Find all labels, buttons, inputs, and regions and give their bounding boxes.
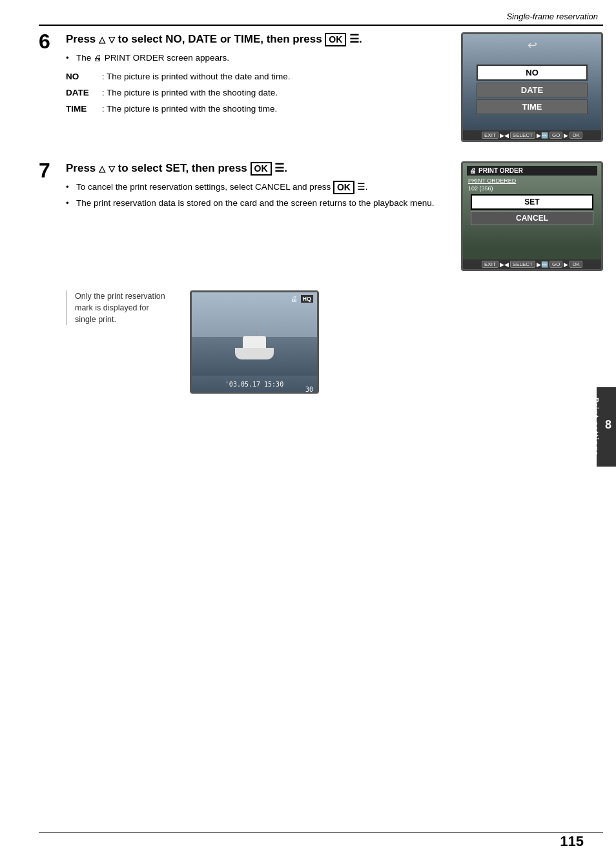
screen2-menu: SET CANCEL — [467, 194, 597, 225]
menu-item-time: TIME — [477, 99, 587, 114]
triangle-up-icon-2 — [99, 162, 105, 174]
note-text: Only the print reservation mark is displ… — [66, 290, 169, 325]
screen2-title-bar: 🖨 PRINT ORDER — [467, 166, 597, 176]
go-arrow-icon-2: ▶ — [564, 261, 568, 268]
def-no: NO : The picture is printed without the … — [66, 70, 448, 84]
boat-scene: 🖨 HQ '03.05.17 15:30 30 — [192, 292, 317, 392]
go-label: GO — [549, 132, 562, 139]
go-label-2: GO — [549, 261, 562, 268]
main-content: 6 Press to select NO, DATE or TIME, then… — [39, 32, 603, 394]
step-6-title: Press to select NO, DATE or TIME, then p… — [66, 32, 448, 46]
boat-shape — [229, 337, 280, 359]
screen3-timestamp: '03.05.17 15:30 — [192, 381, 317, 388]
select-arrow-icon: ▶🔤 — [537, 132, 548, 139]
step-6-number: 6 — [39, 30, 66, 142]
screen3-number: 30 — [305, 386, 313, 393]
bottom-rule — [39, 832, 603, 833]
go-arrow-icon: ▶ — [564, 132, 568, 139]
step-7-title: Press to select SET, then press OK ☰. — [66, 161, 448, 176]
def-time-term: TIME — [66, 103, 99, 116]
step-6-lcd: ↩ NO DATE TIME EXIT ▶◀ SELECT ▶🔤 GO ▶ OK — [461, 32, 603, 142]
step-7-content: Press to select SET, then press OK ☰. • … — [66, 161, 448, 271]
screen3-hq-badge: HQ — [301, 295, 314, 303]
def-time: TIME : The picture is printed with the s… — [66, 103, 448, 116]
ok-label-bar1: OK — [570, 132, 582, 139]
step-6-definitions: NO : The picture is printed without the … — [66, 70, 448, 116]
menu-item-cancel: CANCEL — [471, 211, 593, 225]
bullet-dot: • — [66, 52, 76, 65]
menu-icon-label-2: ☰ — [274, 162, 284, 174]
screen2-subtitle: PRINT ORDERED — [467, 177, 597, 184]
step-7-bullet1: • To cancel the print reservation settin… — [66, 181, 448, 194]
chapter-number: 8 — [605, 418, 612, 432]
boat-hull — [235, 348, 274, 359]
ok-label-bar2: OK — [570, 261, 582, 268]
step-7-screen-container: 🖨 PRINT ORDER PRINT ORDERED 102 (356) SE… — [461, 161, 603, 271]
chapter-label: Print settings — [591, 398, 600, 456]
def-no-term: NO — [66, 70, 99, 84]
print-icon: 🖨 — [94, 52, 102, 65]
bullet-dot-3: • — [66, 197, 76, 210]
def-no-desc: : The picture is printed without the dat… — [99, 70, 448, 84]
step-7-bullet2-text: The print reservation data is stored on … — [76, 197, 435, 210]
step-6-body: • The 🖨 PRINT ORDER screen appears. NO :… — [66, 52, 448, 116]
step-7-section: 7 Press to select SET, then press OK ☰. … — [39, 161, 603, 271]
screen1-menu: NO DATE TIME — [477, 65, 587, 116]
select-label: SELECT — [510, 132, 535, 139]
screen2-background: 🖨 PRINT ORDER PRINT ORDERED 102 (356) SE… — [463, 163, 601, 269]
screen2-print-icon: 🖨 — [469, 167, 476, 174]
header-title: Single-frame reservation — [506, 12, 598, 21]
page-number: 115 — [560, 833, 584, 850]
def-time-desc: : The picture is printed with the shooti… — [99, 103, 448, 116]
step-7-bullet2: • The print reservation data is stored o… — [66, 197, 448, 210]
step-7-bullet1-text: To cancel the print reservation settings… — [76, 181, 367, 194]
step-6-bullet1: • The 🖨 PRINT ORDER screen appears. — [66, 52, 448, 65]
def-date-term: DATE — [66, 86, 99, 100]
sidebar-chapter-tab: 8 Print settings — [597, 387, 616, 467]
screen2-title-text: PRINT ORDER — [478, 167, 523, 174]
step-6-bullet1-text: The 🖨 PRINT ORDER screen appears. — [76, 52, 229, 65]
menu-icon-inline: ☰ — [357, 182, 365, 192]
step-6-section: 6 Press to select NO, DATE or TIME, then… — [39, 32, 603, 142]
menu-icon-label: ☰ — [349, 33, 359, 45]
triangle-up-icon — [99, 33, 105, 45]
ok-button-label: OK — [325, 33, 346, 46]
step-7-body: • To cancel the print reservation settin… — [66, 181, 448, 210]
select-arrow-icon-2: ▶🔤 — [537, 261, 548, 268]
screen2-info: 102 (356) — [467, 185, 597, 192]
triangle-down-icon — [108, 33, 115, 45]
triangle-down-icon-2 — [108, 162, 115, 174]
step-7-lcd-3: 🖨 HQ '03.05.17 15:30 30 — [190, 290, 319, 394]
arrow-icon-exit: ▶◀ — [500, 132, 509, 139]
exit-label-2: EXIT — [482, 261, 498, 268]
step-7-lcd: 🖨 PRINT ORDER PRINT ORDERED 102 (356) SE… — [461, 161, 603, 271]
menu-item-no: NO — [477, 65, 587, 81]
screen1-back-icon: ↩ — [528, 38, 537, 52]
menu-item-date: DATE — [477, 83, 587, 97]
ok-button-label-2: OK — [251, 162, 272, 176]
exit-label: EXIT — [482, 132, 498, 139]
step-6-screen-container: ↩ NO DATE TIME EXIT ▶◀ SELECT ▶🔤 GO ▶ OK — [461, 32, 603, 142]
def-date: DATE : The picture is printed with the s… — [66, 86, 448, 100]
screen1-background: ↩ NO DATE TIME EXIT ▶◀ SELECT ▶🔤 GO ▶ OK — [463, 34, 601, 140]
screen2-bottom-bar: EXIT ▶◀ SELECT ▶🔤 GO ▶ OK — [463, 259, 601, 269]
step-6-content: Press to select NO, DATE or TIME, then p… — [66, 32, 448, 142]
screen3-print-icon: 🖨 — [291, 295, 298, 303]
menu-item-set: SET — [471, 194, 593, 210]
screen1-bottom-bar: EXIT ▶◀ SELECT ▶🔤 GO ▶ OK — [463, 130, 601, 140]
note-screen3-row: Only the print reservation mark is displ… — [66, 290, 603, 394]
step-7-number: 7 — [39, 159, 66, 271]
bullet-dot-2: • — [66, 181, 76, 194]
top-rule — [39, 25, 603, 26]
select-label-2: SELECT — [510, 261, 535, 268]
def-date-desc: : The picture is printed with the shooti… — [99, 86, 448, 100]
page-header: Single-frame reservation — [506, 12, 598, 21]
arrow-icon-exit-2: ▶◀ — [500, 261, 509, 268]
ok-btn-inline: OK — [333, 181, 354, 194]
